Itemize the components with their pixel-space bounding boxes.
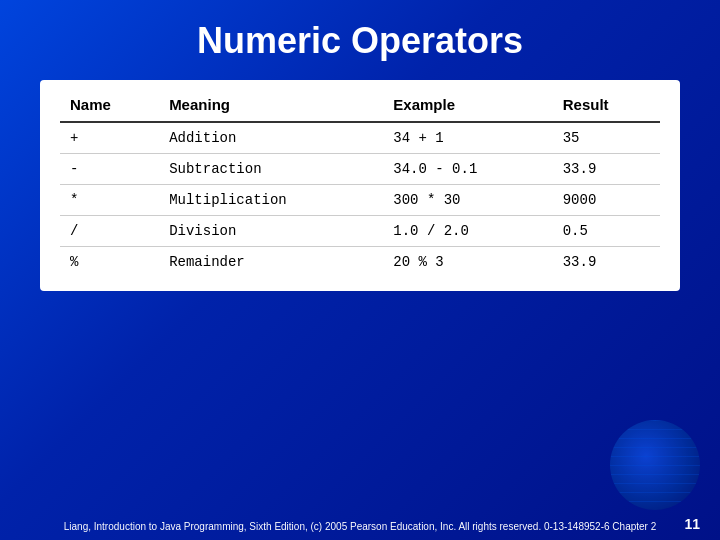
- cell-meaning: Addition: [159, 122, 383, 154]
- table-row: /Division1.0 / 2.00.5: [60, 216, 660, 247]
- col-header-example: Example: [383, 90, 552, 122]
- cell-name: %: [60, 247, 159, 278]
- cell-example: 1.0 / 2.0: [383, 216, 552, 247]
- cell-example: 34 + 1: [383, 122, 552, 154]
- table-row: +Addition34 + 135: [60, 122, 660, 154]
- col-header-name: Name: [60, 90, 159, 122]
- cell-result: 0.5: [553, 216, 660, 247]
- col-header-result: Result: [553, 90, 660, 122]
- cell-meaning: Remainder: [159, 247, 383, 278]
- table-container: Name Meaning Example Result +Addition34 …: [40, 80, 680, 291]
- table-row: *Multiplication300 * 309000: [60, 185, 660, 216]
- operators-table: Name Meaning Example Result +Addition34 …: [60, 90, 660, 277]
- cell-meaning: Division: [159, 216, 383, 247]
- table-row: %Remainder20 % 333.9: [60, 247, 660, 278]
- col-header-meaning: Meaning: [159, 90, 383, 122]
- cell-example: 20 % 3: [383, 247, 552, 278]
- cell-meaning: Subtraction: [159, 154, 383, 185]
- cell-example: 34.0 - 0.1: [383, 154, 552, 185]
- slide-number: 11: [684, 516, 700, 532]
- globe-decoration: [610, 420, 700, 510]
- cell-name: +: [60, 122, 159, 154]
- table-row: -Subtraction34.0 - 0.133.9: [60, 154, 660, 185]
- cell-result: 33.9: [553, 154, 660, 185]
- cell-result: 33.9: [553, 247, 660, 278]
- cell-result: 35: [553, 122, 660, 154]
- slide-content: Numeric Operators Name Meaning Example R…: [0, 0, 720, 301]
- cell-result: 9000: [553, 185, 660, 216]
- table-header-row: Name Meaning Example Result: [60, 90, 660, 122]
- cell-name: -: [60, 154, 159, 185]
- cell-name: /: [60, 216, 159, 247]
- cell-name: *: [60, 185, 159, 216]
- slide-title: Numeric Operators: [40, 20, 680, 62]
- cell-example: 300 * 30: [383, 185, 552, 216]
- cell-meaning: Multiplication: [159, 185, 383, 216]
- footer-text: Liang, Introduction to Java Programming,…: [0, 521, 720, 532]
